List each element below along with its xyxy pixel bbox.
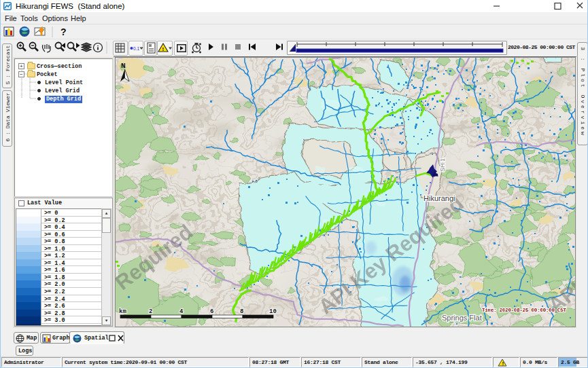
svg-text:Springs Flat: Springs Flat [442,314,482,322]
svg-text:6: 6 [210,308,213,315]
svg-text:4: 4 [179,308,184,315]
svg-text:10: 10 [269,308,277,315]
svg-text:SH 1: SH 1 [439,158,446,172]
svg-text:Time: 2020-08-25 00:00:00 CST: Time: 2020-08-25 00:00:00 CST [482,307,566,313]
svg-text:2: 2 [149,308,152,315]
svg-text:?: ? [60,26,67,37]
svg-text:!: ! [502,361,505,367]
svg-text:8: 8 [240,308,243,315]
svg-text:km: km [119,308,126,315]
svg-text:N: N [121,62,126,70]
svg-text:Hikurangi: Hikurangi [423,194,455,202]
